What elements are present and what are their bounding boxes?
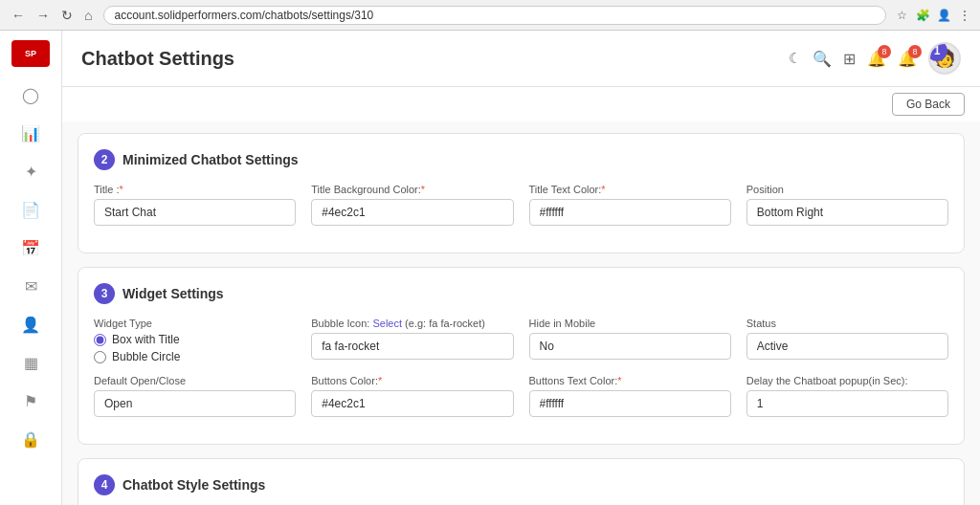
widget-section-header: 3 Widget Settings: [94, 283, 948, 304]
back-button[interactable]: ←: [8, 6, 29, 25]
menu-icon[interactable]: ⋮: [957, 8, 972, 23]
minimized-form-row: Title :* Title Background Color:* Title …: [94, 184, 948, 226]
avatar-badge: 1: [928, 42, 947, 61]
bell-badge: 8: [878, 45, 891, 58]
buttons-text-color-input[interactable]: [529, 390, 731, 417]
status-label: Status: [746, 318, 948, 329]
address-bar[interactable]: account.solidperformers.com/chatbots/set…: [103, 6, 886, 25]
browser-action-icons: ☆ 🧩 👤 ⋮: [894, 8, 972, 23]
widget-section-title: Widget Settings: [122, 286, 224, 301]
sidebar-item-sparkle[interactable]: ✦: [11, 155, 50, 187]
title-bg-color-input[interactable]: [311, 199, 513, 226]
buttons-color-group: Buttons Color:*: [311, 375, 513, 417]
app-layout: SP ◯ 📊 ✦ 📄 📅 ✉ 👤 ▦ ⚑ 🔒 Chatbot Settings …: [0, 31, 980, 505]
sidebar-item-lock[interactable]: 🔒: [11, 423, 50, 455]
title-text-color-group: Title Text Color:*: [529, 184, 731, 226]
title-text-color-label: Title Text Color:*: [529, 184, 731, 195]
sidebar-item-dashboard[interactable]: ◯: [11, 78, 50, 111]
minimized-section-header: 2 Minimized Chatbot Settings: [94, 149, 948, 170]
moon-icon[interactable]: ☾: [789, 50, 801, 67]
section-3-badge: 3: [94, 283, 115, 304]
style-settings-card: 4 Chatbot Style Settings Avatar: Choose …: [78, 458, 965, 505]
position-label: Position: [746, 184, 948, 195]
radio-box-with-title[interactable]: Box with Title: [94, 333, 296, 346]
title-bg-color-label: Title Background Color:*: [311, 184, 513, 195]
go-back-button[interactable]: Go Back: [892, 93, 965, 116]
section-2-badge: 2: [94, 149, 115, 170]
user-avatar[interactable]: 🧑 1: [928, 42, 961, 75]
minimized-section-title: Minimized Chatbot Settings: [122, 152, 299, 167]
radio-bubble-label: Bubble Circle: [112, 350, 180, 363]
alert-badge: 8: [908, 45, 922, 58]
style-section-title: Chatbot Style Settings: [122, 477, 265, 493]
widget-row-2: Default Open/Close Buttons Color:* Butto…: [94, 375, 948, 417]
widget-type-label: Widget Type: [94, 318, 296, 329]
title-label: Title :*: [94, 184, 296, 195]
hide-mobile-group: Hide in Mobile: [529, 318, 731, 363]
position-input[interactable]: [746, 199, 948, 226]
header-actions: ☾ 🔍 ⊞ 🔔8 🔔8 🧑 1: [789, 42, 961, 75]
section-4-badge: 4: [94, 474, 115, 495]
sidebar-item-email[interactable]: ✉: [11, 270, 50, 302]
title-text-color-input[interactable]: [529, 199, 731, 226]
buttons-color-label: Buttons Color:*: [311, 375, 513, 386]
position-group: Position: [746, 184, 948, 226]
bubble-icon-select-link[interactable]: Select: [372, 318, 402, 329]
sidebar-item-document[interactable]: 📄: [11, 193, 50, 226]
bubble-icon-hint: (e.g: fa fa-rocket): [405, 318, 485, 329]
extensions-icon[interactable]: 🧩: [915, 8, 930, 23]
bubble-icon-label: Bubble Icon: Select (e.g: fa fa-rocket): [311, 318, 513, 329]
bubble-icon-group: Bubble Icon: Select (e.g: fa fa-rocket): [311, 318, 513, 363]
title-input[interactable]: [94, 199, 296, 226]
widget-row-1: Widget Type Box with Title Bubble Circle: [94, 318, 948, 363]
delay-label: Delay the Chatboat popup(in Sec):: [746, 375, 948, 386]
home-button[interactable]: ⌂: [80, 6, 96, 25]
default-open-close-group: Default Open/Close: [94, 375, 296, 417]
hide-mobile-input[interactable]: [529, 333, 731, 360]
browser-chrome: ← → ↻ ⌂ account.solidperformers.com/chat…: [0, 0, 980, 31]
page-title: Chatbot Settings: [81, 48, 234, 70]
sidebar-item-contacts[interactable]: 👤: [11, 308, 50, 340]
delay-group: Delay the Chatboat popup(in Sec):: [746, 375, 948, 417]
widget-type-radio-group: Box with Title Bubble Circle: [94, 333, 296, 363]
radio-box-input[interactable]: [94, 334, 106, 346]
buttons-color-input[interactable]: [311, 390, 513, 417]
minimized-settings-card: 2 Minimized Chatbot Settings Title :* Ti…: [78, 133, 965, 253]
default-open-close-input[interactable]: [94, 390, 296, 417]
nav-buttons[interactable]: ← → ↻ ⌂: [8, 6, 96, 25]
buttons-text-color-label: Buttons Text Color:*: [529, 375, 731, 386]
grid-icon[interactable]: ⊞: [843, 50, 856, 68]
content-area: 2 Minimized Chatbot Settings Title :* Ti…: [62, 121, 980, 505]
sidebar-item-grid[interactable]: ▦: [11, 346, 50, 379]
radio-bubble-input[interactable]: [94, 351, 106, 363]
buttons-text-color-group: Buttons Text Color:*: [529, 375, 731, 417]
hide-mobile-label: Hide in Mobile: [529, 318, 731, 329]
go-back-container: Go Back: [62, 87, 980, 121]
bookmark-icon[interactable]: ☆: [894, 8, 909, 23]
main-content: Chatbot Settings ☾ 🔍 ⊞ 🔔8 🔔8 🧑 1 Go Back: [62, 31, 980, 505]
profile-icon[interactable]: 👤: [936, 8, 951, 23]
status-group: Status: [746, 318, 948, 363]
status-input[interactable]: [746, 333, 948, 360]
style-section-header: 4 Chatbot Style Settings: [94, 474, 948, 495]
delay-input[interactable]: [746, 390, 948, 417]
sidebar-item-chart[interactable]: 📊: [11, 117, 50, 149]
sidebar-item-flag[interactable]: ⚑: [11, 384, 50, 417]
bell-icon[interactable]: 🔔8: [867, 50, 886, 68]
search-icon[interactable]: 🔍: [813, 50, 832, 68]
widget-type-group: Widget Type Box with Title Bubble Circle: [94, 318, 296, 363]
title-bg-color-group: Title Background Color:*: [311, 184, 513, 226]
widget-settings-card: 3 Widget Settings Widget Type Box with T…: [78, 267, 965, 445]
default-open-close-label: Default Open/Close: [94, 375, 296, 386]
sidebar-item-calendar[interactable]: 📅: [11, 231, 50, 264]
reload-button[interactable]: ↻: [57, 6, 77, 25]
sidebar: SP ◯ 📊 ✦ 📄 📅 ✉ 👤 ▦ ⚑ 🔒: [0, 31, 62, 505]
bubble-icon-input[interactable]: [311, 333, 513, 360]
radio-bubble-circle[interactable]: Bubble Circle: [94, 350, 296, 363]
top-header: Chatbot Settings ☾ 🔍 ⊞ 🔔8 🔔8 🧑 1: [62, 31, 980, 87]
alert-icon[interactable]: 🔔8: [898, 50, 917, 68]
forward-button[interactable]: →: [33, 6, 54, 25]
title-group: Title :*: [94, 184, 296, 226]
radio-box-label: Box with Title: [112, 333, 180, 346]
brand-logo: SP: [11, 40, 50, 67]
